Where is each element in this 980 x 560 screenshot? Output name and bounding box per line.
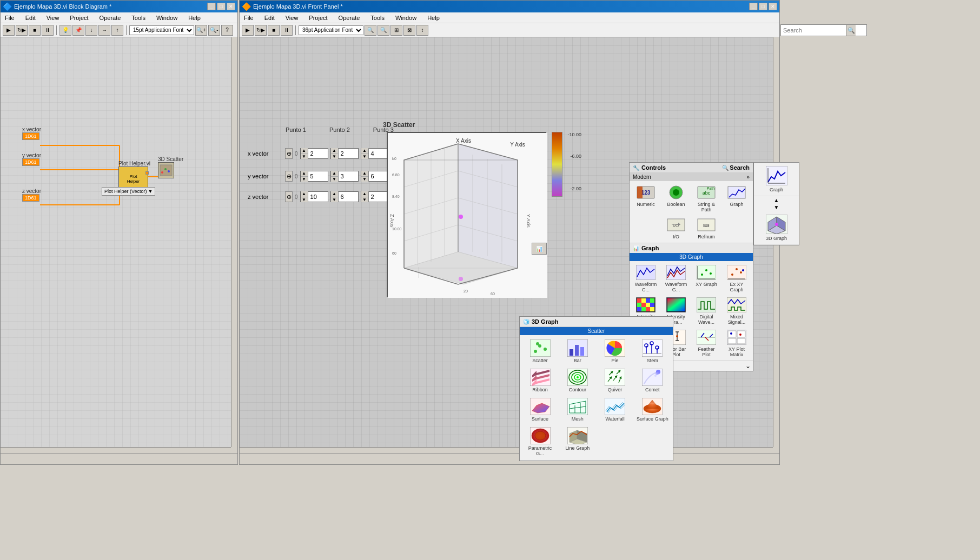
bd-step-over-btn[interactable]: → [98,25,110,36]
fp-align-btn[interactable]: ⊞ [390,25,402,36]
fp-menu-window[interactable]: Window [393,14,419,22]
graph-feather-plot[interactable]: Feather Plot [692,328,720,358]
ctrl-numeric[interactable]: 123 Numeric [632,183,660,214]
bd-close[interactable]: ✕ [227,3,235,10]
fp-x-val1[interactable]: ▲ ▼ 2 [300,148,328,159]
bd-run-cont-btn[interactable]: ↻▶ [16,25,28,36]
ctrl-io[interactable]: I/O I/O [662,216,690,241]
bd-maximize[interactable]: □ [217,3,226,10]
bd-zoom-in[interactable]: 🔍+ [195,25,207,36]
fp-menu-help[interactable]: Help [425,14,442,22]
bd-scrollbar-h[interactable] [1,447,231,454]
popup-parametric[interactable]: Parametric G... [523,426,557,457]
popup-surface-graph[interactable]: Surface Graph [635,397,670,423]
popup-contour[interactable]: Contour [560,368,594,394]
fp-x-val3[interactable]: ▲ ▼ 4 [361,148,389,159]
graph-ex-xy-graph[interactable]: Ex XY Graph [723,263,751,294]
bd-retain-btn[interactable]: 📌 [72,25,84,36]
search-box-top[interactable]: 🔍 [780,24,867,36]
bd-pause-btn[interactable]: ⏸ [42,25,54,36]
fp-y-val3[interactable]: ▲ ▼ 6 [361,171,389,182]
right-3d-graph-item[interactable]: 3D Graph [754,211,799,245]
bd-minimize[interactable]: _ [207,3,216,10]
plot-helper-vector-arrow[interactable]: ▼ [148,189,153,194]
search-button-top[interactable]: 🔍 [846,25,856,36]
graph-xy-plot-matrix[interactable]: XY Plot Matrix [723,328,751,358]
fp-maximize[interactable]: □ [759,3,767,10]
bd-step-out-btn[interactable]: ↑ [111,25,123,36]
graph-waveform-graph[interactable]: Waveform G... [662,263,690,294]
search-input-top[interactable] [781,26,846,35]
bd-menu-file[interactable]: File [3,14,17,22]
fp-x-val2[interactable]: ▲ ▼ 2 [330,148,359,159]
fp-pause-btn[interactable]: ⏸ [281,25,293,36]
bd-menu-help[interactable]: Help [186,14,203,22]
fp-close[interactable]: ✕ [769,3,777,10]
graph-mixed-signal[interactable]: Mixed Signal... [723,296,751,326]
fp-chart-icon[interactable]: 📊 [532,243,547,255]
fp-menu-file[interactable]: File [242,14,256,22]
right-panel-arrow-up[interactable]: ▲ [755,197,798,203]
bd-run-btn[interactable]: ▶ [3,25,15,36]
bd-menu-tools[interactable]: Tools [129,14,148,22]
popup-scatter[interactable]: Scatter [523,338,557,364]
graph-xy-graph[interactable]: XY Graph [692,263,720,294]
bd-menu-project[interactable]: Project [68,14,90,22]
controls-search-area[interactable]: 🔍 Search [722,164,750,171]
popup-bar[interactable]: Bar [560,338,594,364]
bd-scrollbar-v[interactable] [231,37,237,447]
fp-z-spinner[interactable]: ⊕ [285,191,293,202]
fp-menu-project[interactable]: Project [307,14,329,22]
fp-zoom-in[interactable]: 🔍 [365,25,376,36]
bd-abort-btn[interactable]: ■ [29,25,41,36]
fp-x-spinner[interactable]: ⊕ [285,148,293,159]
popup-waterfall[interactable]: Waterfall [598,397,632,423]
popup-quiver[interactable]: Quiver [598,368,632,394]
bd-zoom-out[interactable]: 🔍- [208,25,220,36]
fp-zoom-out[interactable]: 🔍 [378,25,389,36]
controls-scroll-down[interactable]: ⌄ [745,362,751,370]
fp-z-val1[interactable]: ▲ ▼ 10 [300,191,328,202]
fp-menu-view[interactable]: View [283,14,301,22]
scatter3d-box[interactable] [158,162,174,178]
bd-menu-view[interactable]: View [44,14,62,22]
fp-dist-btn[interactable]: ⊠ [403,25,415,36]
bd-help-btn[interactable]: ? [221,25,233,36]
popup-comet[interactable]: Comet [635,368,670,394]
fp-y-spinner[interactable]: ⊕ [285,171,293,182]
fp-z-val2[interactable]: ▲ ▼ 6 [330,191,359,202]
bd-highlight-btn[interactable]: 💡 [59,25,71,36]
ctrl-graph-preview[interactable]: Graph [723,183,751,214]
fp-order-btn[interactable]: ↕ [416,25,428,36]
popup-pie[interactable]: Pie [598,338,632,364]
bd-menu-operate[interactable]: Operate [97,14,123,22]
popup-surface[interactable]: Surface [523,397,557,423]
popup-mesh[interactable]: Mesh [560,397,594,423]
popup-stem[interactable]: Stem [635,338,670,364]
right-graph-item[interactable]: Graph [754,163,799,196]
fp-z-val3[interactable]: ▲ ▼ 2 [361,191,389,202]
bd-menu-edit[interactable]: Edit [23,14,38,22]
graph-waveform-chart[interactable]: Waveform C... [632,263,660,294]
bd-font-select[interactable]: 15pt Application Font [129,25,194,35]
fp-abort-btn[interactable]: ■ [268,25,280,36]
fp-minimize[interactable]: _ [749,3,758,10]
fp-run-cont-btn[interactable]: ↻▶ [255,25,267,36]
fp-scrollbar-h[interactable] [240,447,773,454]
plot-helper-vector[interactable]: Plot Helper (Vector) ▼ [102,187,155,196]
controls-expand-icon[interactable]: » [746,174,750,180]
fp-font-select[interactable]: 36pt Application Font [299,25,363,35]
right-panel-arrow-dn[interactable]: ▼ [755,204,798,210]
ctrl-string-path[interactable]: abc Path String & Path [692,183,720,214]
bd-step-into-btn[interactable]: ↓ [85,25,97,36]
fp-menu-edit[interactable]: Edit [262,14,277,22]
fp-run-btn[interactable]: ▶ [242,25,254,36]
ctrl-refnum[interactable]: ⌨ Refnum [692,216,720,241]
fp-y-val2[interactable]: ▲ ▼ 3 [330,171,359,182]
bd-menu-window[interactable]: Window [154,14,180,22]
fp-menu-tools[interactable]: Tools [368,14,387,22]
fp-y-val1[interactable]: ▲ ▼ 5 [300,171,328,182]
graph-digital-wave[interactable]: Digital Wave... [692,296,720,326]
popup-line-graph[interactable]: Line Graph [560,426,594,457]
fp-menu-operate[interactable]: Operate [336,14,362,22]
